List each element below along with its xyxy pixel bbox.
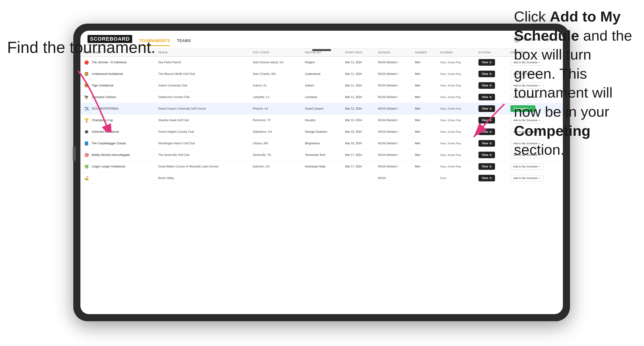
table-row: ⛳ Brook ValleyNCAATeam, View ⊙ Add to My… xyxy=(80,173,563,184)
add-schedule-label: Add to My Schedule xyxy=(514,165,538,168)
scoring-text: Team, Stroke Play xyxy=(440,107,461,110)
city-text: Auburn, AL xyxy=(253,84,267,87)
division-cell: NCAA xyxy=(375,173,412,184)
city-text: Saint Charles, MO xyxy=(253,72,276,76)
venue-cell: Great Waters Course At Reynolds Lake Oco… xyxy=(156,161,250,173)
venue-cell: Oakbourne Country Club xyxy=(156,91,250,103)
view-button[interactable]: View ⊙ xyxy=(478,82,495,89)
event-name-text: Bobby Nichols Intercollegiate xyxy=(92,153,130,157)
scoring-text: Team, Stroke Play xyxy=(440,154,461,156)
scoring-text: Team, Stroke Play xyxy=(440,96,461,99)
gender-cell: Men xyxy=(412,68,437,80)
event-name-cell: 📘 The Carpetbagger Classic xyxy=(80,138,156,149)
competing-cell: Add to My Schedule + xyxy=(508,161,563,173)
venue-cell: Worthington Manor Golf Club xyxy=(156,138,250,149)
view-icon: ⊙ xyxy=(489,72,492,76)
tab-teams[interactable]: TEAMS xyxy=(177,39,191,46)
city-cell: Urbana, MD xyxy=(250,138,302,149)
venue-text: Shadow Hawk Golf Club xyxy=(158,119,189,122)
venue-text: Grand Canyon University Golf Course xyxy=(158,107,206,110)
col-actions: ACTIONS xyxy=(476,49,508,56)
division-cell: NCAA Division I xyxy=(375,115,412,126)
scoring-text: Team, Stroke Play xyxy=(440,61,461,64)
city-cell: Sevierville, TN xyxy=(250,149,302,161)
competing-cell: Add to My Schedule + xyxy=(508,173,563,184)
table-row: 🌿 Linger Longer Invitational Great Water… xyxy=(80,161,563,173)
start-date-cell: Mar 17, 2024 xyxy=(342,161,375,173)
scoring-cell: Team, xyxy=(437,173,475,184)
col-start-date: START DATE xyxy=(342,49,375,56)
city-text: Statesboro, GA xyxy=(253,130,272,134)
table-row: 🦁 Lindenwood Invitational The Missouri B… xyxy=(80,68,563,80)
venue-text: Oakbourne Country Club xyxy=(158,95,190,99)
scoring-text: Team, Stroke Play xyxy=(440,142,461,145)
division-cell: NCAA Division I xyxy=(375,149,412,161)
city-text: Urbana, MD xyxy=(253,142,268,145)
table-row: 🎯 Bobby Nichols Intercollegiate The Sevi… xyxy=(80,149,563,161)
city-cell: Eatonton, GA xyxy=(250,161,302,173)
venue-text: Brook Valley xyxy=(158,176,174,180)
start-date-cell: Mar 17, 2024 xyxy=(342,149,375,161)
header-top: SCOREBOARD Powered by clippd TOURNAMENTS… xyxy=(88,35,556,46)
team-logo: 📘 xyxy=(83,140,90,147)
city-cell: Saint Simons Island, GA xyxy=(250,56,302,68)
view-icon: ⊙ xyxy=(489,84,492,87)
add-icon: + xyxy=(538,165,540,168)
start-date-cell: Mar 15, 2024 xyxy=(342,126,375,138)
venue-cell: The Sevierville Golf Club xyxy=(156,149,250,161)
scoring-cell: Team, Stroke Play xyxy=(437,80,475,91)
gender-cell: Men xyxy=(412,149,437,161)
venue-text: Worthington Manor Golf Club xyxy=(158,142,195,145)
scoring-text: Team, Stroke Play xyxy=(440,84,461,87)
view-button[interactable]: View ⊙ xyxy=(478,71,495,77)
city-cell: Phoenix, AZ xyxy=(250,103,302,115)
view-button[interactable]: View ⊙ xyxy=(478,175,495,181)
view-button[interactable]: View ⊙ xyxy=(478,152,495,158)
view-button[interactable]: View ⊙ xyxy=(478,59,495,66)
hosted-by-cell: Georgia Southern xyxy=(302,126,342,138)
view-button[interactable]: View ⊙ xyxy=(478,163,495,170)
division-cell: NCAA Division I xyxy=(375,56,412,68)
hosted-by-cell: Houston xyxy=(302,115,342,126)
actions-cell: View ⊙ xyxy=(476,149,508,161)
scoring-text: Team, Stroke Play xyxy=(440,165,461,168)
col-gender: GENDER xyxy=(412,49,437,56)
col-venue: VENUE xyxy=(156,49,250,56)
division-cell: NCAA Division I xyxy=(375,138,412,149)
hosted-by-cell: Louisiana xyxy=(302,91,342,103)
city-text: Saint Simons Island, GA xyxy=(253,61,284,64)
venue-cell: Sea Palms Resort xyxy=(156,56,250,68)
add-schedule-label: Add to My Schedule xyxy=(514,177,538,179)
actions-cell: View ⊙ xyxy=(476,80,508,91)
venue-cell: Grand Canyon University Golf Course xyxy=(156,103,250,115)
event-name-text: The Carpetbagger Classic xyxy=(92,142,126,145)
actions-cell: View ⊙ xyxy=(476,68,508,80)
city-cell: Saint Charles, MO xyxy=(250,68,302,80)
venue-cell: Auburn University Club xyxy=(156,80,250,91)
start-date-cell: Mar 11, 2024 xyxy=(342,91,375,103)
scoring-text: Team, Stroke Play xyxy=(440,119,461,122)
event-name-cell: 🌿 Linger Longer Invitational xyxy=(80,161,156,173)
division-cell: NCAA Division I xyxy=(375,80,412,91)
scoring-text: Team, Stroke Play xyxy=(440,130,461,133)
scoring-cell: Team, Stroke Play xyxy=(437,161,475,173)
event-name-cell: ⛳ xyxy=(80,173,156,184)
division-cell: NCAA Division I xyxy=(375,103,412,115)
add-to-schedule-button[interactable]: Add to My Schedule + xyxy=(510,163,544,170)
venue-cell: Shadow Hawk Golf Club xyxy=(156,115,250,126)
division-cell: NCAA Division I xyxy=(375,126,412,138)
start-date-cell: Mar 16, 2024 xyxy=(342,138,375,149)
event-name-text: The Johnnie - O Individual xyxy=(92,61,126,64)
add-icon: + xyxy=(538,177,540,179)
actions-cell: View ⊙ xyxy=(476,173,508,184)
add-to-schedule-button[interactable]: Add to My Schedule + xyxy=(510,175,544,181)
gender-cell xyxy=(412,173,437,184)
view-icon: ⊙ xyxy=(489,153,492,157)
event-name-cell: 🎯 Bobby Nichols Intercollegiate xyxy=(80,149,156,161)
table-row: 🔴 The Johnnie - O Individual Sea Palms R… xyxy=(80,56,563,68)
city-text: Eatonton, GA xyxy=(253,165,270,168)
col-city-state: CITY, STATE xyxy=(250,49,302,56)
scoring-text: Team, Stroke Play xyxy=(440,72,461,75)
city-cell: Auburn, AL xyxy=(250,80,302,91)
hosted-by-cell: Rutgers xyxy=(302,56,342,68)
